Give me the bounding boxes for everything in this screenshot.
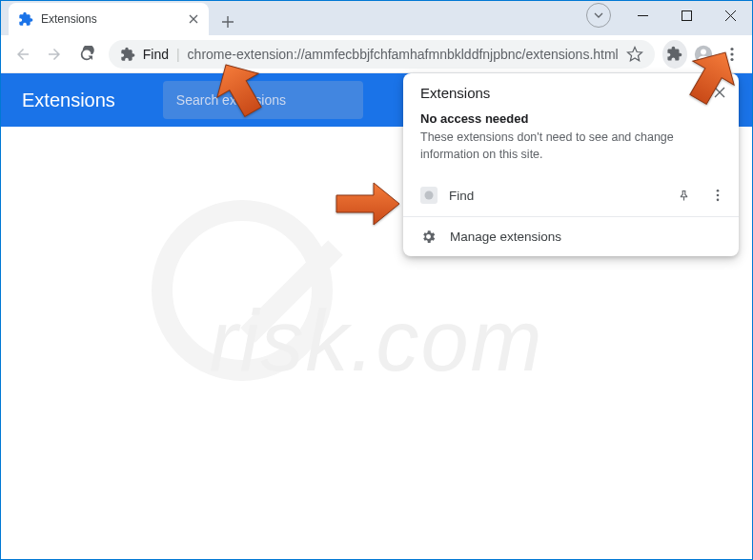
dots-vertical-icon <box>711 189 724 202</box>
minimize-button[interactable] <box>621 1 664 30</box>
bookmark-star-icon[interactable] <box>626 46 643 63</box>
popup-title: Extensions <box>420 85 710 101</box>
dots-vertical-icon <box>724 47 740 62</box>
svg-rect-0 <box>682 10 691 20</box>
svg-point-10 <box>717 199 720 202</box>
chevron-down-icon <box>594 12 603 18</box>
tab-search-button[interactable] <box>586 3 611 28</box>
address-bar[interactable]: Find | chrome-extension://ammfecbbjfchfa… <box>109 40 655 69</box>
gear-icon <box>420 229 437 245</box>
toolbar: Find | chrome-extension://ammfecbbjfchfa… <box>1 35 752 73</box>
pin-extension-button[interactable] <box>672 184 695 207</box>
svg-point-2 <box>701 49 706 54</box>
search-placeholder: Search extensions <box>176 92 286 108</box>
maximize-icon <box>682 10 692 21</box>
extensions-popup: Extensions No access needed These extens… <box>403 73 739 256</box>
back-button[interactable] <box>9 38 37 70</box>
arrow-left-icon <box>14 46 31 63</box>
tab-favicon-puzzle-icon <box>18 11 33 27</box>
tab-close-button[interactable] <box>186 11 201 27</box>
popup-extension-row[interactable]: Find <box>403 176 739 216</box>
maximize-button[interactable] <box>664 1 708 30</box>
popup-close-button[interactable] <box>710 83 729 102</box>
svg-point-8 <box>717 190 720 192</box>
extension-more-button[interactable] <box>706 184 729 207</box>
svg-point-9 <box>717 194 720 197</box>
close-icon <box>725 10 736 21</box>
profile-button[interactable] <box>691 40 716 69</box>
address-separator: | <box>176 47 180 62</box>
address-url: chrome-extension://ammfecbbjfchfamhafmnb… <box>188 47 619 62</box>
popup-section-title: No access needed <box>420 111 722 126</box>
close-icon <box>189 14 198 24</box>
titlebar: Extensions <box>1 1 752 35</box>
profile-icon <box>694 45 713 64</box>
svg-point-4 <box>730 52 733 55</box>
watermark-logo <box>152 200 333 381</box>
reload-icon <box>78 46 95 63</box>
window-close-button[interactable] <box>708 1 752 30</box>
browser-tab[interactable]: Extensions <box>9 3 209 35</box>
page-content: Extensions Search extensions risk.com Ex… <box>1 73 752 559</box>
close-icon <box>714 87 725 98</box>
popup-extension-name: Find <box>449 189 661 203</box>
reload-button[interactable] <box>72 38 101 70</box>
address-extension-name: Find <box>143 47 169 62</box>
search-extensions-input[interactable]: Search extensions <box>163 81 363 119</box>
page-title: Extensions <box>22 90 115 111</box>
chrome-menu-button[interactable] <box>720 40 744 69</box>
puzzle-icon <box>666 46 682 62</box>
forward-button[interactable] <box>41 38 70 70</box>
new-tab-button[interactable] <box>214 9 241 35</box>
svg-point-7 <box>425 191 434 200</box>
svg-point-3 <box>730 47 733 50</box>
svg-point-5 <box>730 57 733 60</box>
tab-title: Extensions <box>41 12 186 26</box>
manage-extensions-button[interactable]: Manage extensions <box>403 217 739 256</box>
watermark-text: risk.com <box>210 291 544 390</box>
pin-icon <box>677 189 691 203</box>
extension-puzzle-icon <box>120 47 135 62</box>
window-controls <box>586 1 752 35</box>
plus-icon <box>221 15 234 29</box>
minimize-icon <box>638 10 648 21</box>
popup-section-desc: These extensions don't need to see and c… <box>420 130 722 163</box>
extensions-toolbar-button[interactable] <box>662 40 687 69</box>
extension-favicon-icon <box>420 187 438 204</box>
manage-extensions-label: Manage extensions <box>450 230 561 244</box>
arrow-right-icon <box>46 46 63 63</box>
